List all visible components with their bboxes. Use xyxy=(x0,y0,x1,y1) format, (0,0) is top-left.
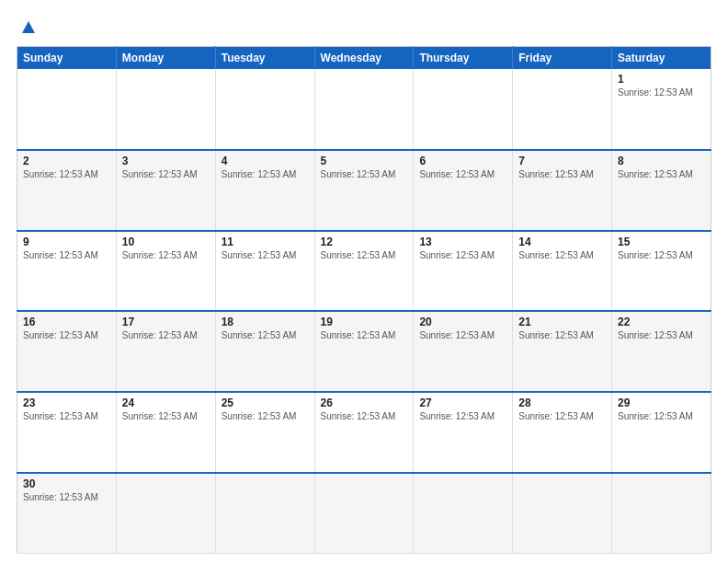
cell-sunrise-text: Sunrise: 12:53 AM xyxy=(618,330,705,340)
calendar-cell xyxy=(116,69,215,150)
svg-marker-0 xyxy=(22,21,35,33)
cell-date-number: 7 xyxy=(518,155,606,167)
week-row-2: 2Sunrise: 12:53 AM3Sunrise: 12:53 AM4Sun… xyxy=(17,150,711,231)
calendar-body: 1Sunrise: 12:53 AM2Sunrise: 12:53 AM3Sun… xyxy=(17,69,711,554)
day-header-wednesday: Wednesday xyxy=(314,47,414,70)
calendar-cell: 20Sunrise: 12:53 AM xyxy=(414,311,513,392)
cell-sunrise-text: Sunrise: 12:53 AM xyxy=(23,330,110,340)
cell-sunrise-text: Sunrise: 12:53 AM xyxy=(222,250,309,260)
calendar-cell: 3Sunrise: 12:53 AM xyxy=(116,150,215,231)
cell-sunrise-text: Sunrise: 12:53 AM xyxy=(518,330,606,340)
cell-sunrise-text: Sunrise: 12:53 AM xyxy=(518,169,606,179)
calendar-cell: 10Sunrise: 12:53 AM xyxy=(116,231,215,312)
calendar-cell: 21Sunrise: 12:53 AM xyxy=(513,311,612,392)
cell-sunrise-text: Sunrise: 12:53 AM xyxy=(122,250,210,260)
cell-date-number: 16 xyxy=(23,316,110,328)
calendar-cell xyxy=(513,473,612,554)
cell-sunrise-text: Sunrise: 12:53 AM xyxy=(23,250,110,260)
cell-sunrise-text: Sunrise: 12:53 AM xyxy=(419,411,506,421)
cell-date-number: 17 xyxy=(122,316,210,328)
cell-sunrise-text: Sunrise: 12:53 AM xyxy=(222,330,309,340)
week-row-5: 23Sunrise: 12:53 AM24Sunrise: 12:53 AM25… xyxy=(17,392,711,473)
cell-date-number: 2 xyxy=(23,155,110,167)
cell-date-number: 1 xyxy=(618,73,705,86)
page: SundayMondayTuesdayWednesdayThursdayFrid… xyxy=(0,0,728,563)
calendar-cell: 25Sunrise: 12:53 AM xyxy=(215,392,314,473)
cell-date-number: 29 xyxy=(618,396,705,409)
cell-date-number: 26 xyxy=(321,396,408,409)
cell-sunrise-text: Sunrise: 12:53 AM xyxy=(222,411,309,421)
cell-date-number: 11 xyxy=(222,236,309,248)
cell-date-number: 9 xyxy=(23,236,110,248)
calendar-cell: 8Sunrise: 12:53 AM xyxy=(612,150,711,231)
cell-date-number: 18 xyxy=(222,316,309,328)
cell-sunrise-text: Sunrise: 12:53 AM xyxy=(321,330,408,340)
calendar-cell: 23Sunrise: 12:53 AM xyxy=(17,392,117,473)
calendar-cell: 11Sunrise: 12:53 AM xyxy=(215,231,314,312)
calendar-cell: 29Sunrise: 12:53 AM xyxy=(612,392,711,473)
day-header-friday: Friday xyxy=(513,47,612,70)
cell-sunrise-text: Sunrise: 12:53 AM xyxy=(518,411,606,421)
calendar-cell: 1Sunrise: 12:53 AM xyxy=(612,69,711,150)
calendar-cell xyxy=(215,69,314,150)
cell-date-number: 19 xyxy=(321,316,408,328)
cell-date-number: 24 xyxy=(122,396,210,409)
week-row-4: 16Sunrise: 12:53 AM17Sunrise: 12:53 AM18… xyxy=(17,311,711,392)
week-row-3: 9Sunrise: 12:53 AM10Sunrise: 12:53 AM11S… xyxy=(17,231,711,312)
calendar-cell: 28Sunrise: 12:53 AM xyxy=(513,392,612,473)
cell-date-number: 3 xyxy=(122,155,210,167)
calendar-cell: 13Sunrise: 12:53 AM xyxy=(414,231,513,312)
calendar-cell: 26Sunrise: 12:53 AM xyxy=(314,392,414,473)
cell-date-number: 20 xyxy=(419,316,506,328)
calendar-cell xyxy=(314,473,414,554)
calendar-cell: 19Sunrise: 12:53 AM xyxy=(314,311,414,392)
cell-sunrise-text: Sunrise: 12:53 AM xyxy=(321,169,408,179)
calendar-cell: 12Sunrise: 12:53 AM xyxy=(314,231,414,312)
cell-date-number: 21 xyxy=(518,316,606,328)
cell-date-number: 15 xyxy=(618,236,705,248)
cell-sunrise-text: Sunrise: 12:53 AM xyxy=(518,250,606,260)
calendar-cell: 9Sunrise: 12:53 AM xyxy=(17,231,117,312)
cell-sunrise-text: Sunrise: 12:53 AM xyxy=(618,250,705,260)
day-header-sunday: Sunday xyxy=(17,47,117,70)
cell-sunrise-text: Sunrise: 12:53 AM xyxy=(419,330,506,340)
cell-sunrise-text: Sunrise: 12:53 AM xyxy=(122,411,210,421)
calendar-cell: 15Sunrise: 12:53 AM xyxy=(612,231,711,312)
cell-sunrise-text: Sunrise: 12:53 AM xyxy=(618,169,705,179)
cell-sunrise-text: Sunrise: 12:53 AM xyxy=(23,169,110,179)
day-header-thursday: Thursday xyxy=(414,47,513,70)
cell-sunrise-text: Sunrise: 12:53 AM xyxy=(321,411,408,421)
cell-date-number: 5 xyxy=(321,155,408,167)
cell-date-number: 14 xyxy=(518,236,606,248)
calendar-cell: 22Sunrise: 12:53 AM xyxy=(612,311,711,392)
calendar-cell: 4Sunrise: 12:53 AM xyxy=(215,150,314,231)
cell-date-number: 30 xyxy=(23,477,110,490)
calendar-cell: 6Sunrise: 12:53 AM xyxy=(414,150,513,231)
calendar-cell: 24Sunrise: 12:53 AM xyxy=(116,392,215,473)
cell-date-number: 27 xyxy=(419,396,506,409)
week-row-6: 30Sunrise: 12:53 AM xyxy=(17,473,711,554)
cell-sunrise-text: Sunrise: 12:53 AM xyxy=(419,169,506,179)
cell-date-number: 4 xyxy=(222,155,309,167)
calendar-cell xyxy=(17,69,117,150)
calendar-cell: 17Sunrise: 12:53 AM xyxy=(116,311,215,392)
cell-sunrise-text: Sunrise: 12:53 AM xyxy=(222,169,309,179)
cell-sunrise-text: Sunrise: 12:53 AM xyxy=(122,169,210,179)
cell-sunrise-text: Sunrise: 12:53 AM xyxy=(419,250,506,260)
cell-sunrise-text: Sunrise: 12:53 AM xyxy=(618,87,705,98)
calendar-cell: 2Sunrise: 12:53 AM xyxy=(17,150,117,231)
calendar-cell: 27Sunrise: 12:53 AM xyxy=(414,392,513,473)
logo-icon xyxy=(18,17,39,37)
calendar-cell xyxy=(116,473,215,554)
cell-sunrise-text: Sunrise: 12:53 AM xyxy=(321,250,408,260)
calendar-cell xyxy=(414,69,513,150)
cell-date-number: 28 xyxy=(518,396,606,409)
calendar-cell xyxy=(215,473,314,554)
cell-date-number: 8 xyxy=(618,155,705,167)
calendar-cell: 14Sunrise: 12:53 AM xyxy=(513,231,612,312)
logo xyxy=(17,17,39,37)
calendar-cell: 30Sunrise: 12:53 AM xyxy=(17,473,117,554)
day-header-monday: Monday xyxy=(116,47,215,70)
calendar-cell: 16Sunrise: 12:53 AM xyxy=(17,311,117,392)
week-row-1: 1Sunrise: 12:53 AM xyxy=(17,69,711,150)
